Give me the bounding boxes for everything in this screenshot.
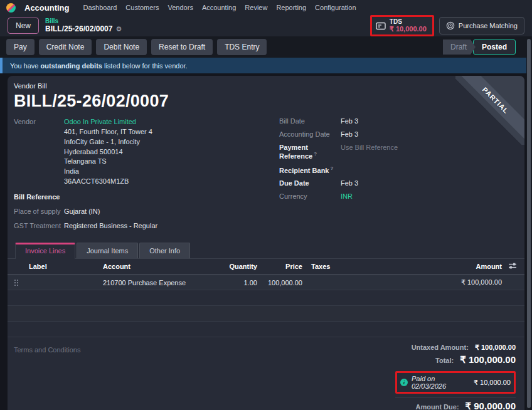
payment-reference-field[interactable]: Use Bill Reference [341,144,398,160]
vendor-address-line: InfoCity Gate - 1, Infocity [64,137,152,147]
status-draft[interactable]: Draft [443,39,476,55]
reset-to-draft-button[interactable]: Reset to Draft [151,39,213,55]
gst-treatment-field[interactable]: Registered Business - Regular [64,221,157,231]
paid-highlight-box: i Paid on 02/03/2026 ₹ 10,000.00 [395,371,516,394]
accounting-date-field[interactable]: Feb 3 [341,130,358,138]
vendor-bill-form: PARTIAL Vendor Bill BILL/25-26/02/0007 V… [8,76,524,410]
recipient-bank-label: Recipient Bank? [279,166,341,174]
purchase-matching-label: Purchase Matching [459,22,518,29]
nav-item-dashboard[interactable]: Dashboard [83,4,117,11]
nav-item-review[interactable]: Review [245,4,267,11]
scrollbar-thumb[interactable] [527,39,531,408]
breadcrumb-bar: New Bills BILL/25-26/02/0007 ⚙ TDS ₹ 10,… [0,15,532,36]
payment-reference-label: Payment Reference? [279,144,341,160]
table-header-row: Label Account Quantity Price Taxes Amoun… [8,259,524,275]
outstanding-debits-alert: You have outstanding debits listed below… [0,58,532,73]
vendor-address-line: India [64,167,152,176]
drag-handle-icon[interactable] [14,279,29,286]
amount-due-label: Amount Due: [416,403,459,410]
alert-text-suffix: listed below for this vendor. [102,62,188,70]
tab-invoice-lines[interactable]: Invoice Lines [15,243,75,259]
nav-item-customers[interactable]: Customers [125,4,159,11]
status-bar: Draft Posted [443,39,516,55]
notebook-tabs: Invoice Lines Journal Items Other Info [8,243,524,259]
terms-and-conditions-field[interactable]: Terms and Conditions [14,346,80,410]
nav-item-reporting[interactable]: Reporting [276,4,306,11]
document-type-label: Vendor Bill [14,82,516,90]
nav-item-configuration[interactable]: Configuration [315,4,356,11]
column-header-amount[interactable]: Amount [396,263,502,270]
credit-note-button[interactable]: Credit Note [39,39,92,55]
cell-price[interactable]: 100,000.00 [257,279,302,286]
page-title: BILL/25-26/02/0007 [14,92,516,111]
purchase-matching-target-icon [446,21,455,30]
empty-table-row [8,306,524,322]
gear-icon[interactable]: ⚙ [115,25,122,33]
tds-billing-icon [376,22,386,30]
vendor-address-line: Telangana TS [64,157,152,166]
vertical-scrollbar[interactable] [526,36,532,410]
vendor-field-value: Odoo In Private Limited 401, Fourth Floo… [64,117,152,187]
total-value: ₹ 100,000.00 [460,354,516,365]
vendor-name-link[interactable]: Odoo In Private Limited [64,117,152,127]
debit-note-button[interactable]: Debit Note [96,39,147,55]
total-label: Total: [435,357,454,364]
untaxed-amount-label: Untaxed Amount: [412,344,469,351]
accounting-date-label: Accounting Date [279,130,341,138]
vendor-field-label: Vendor [14,117,64,187]
tds-button-amount: ₹ 10,000.00 [390,25,427,33]
alert-text-bold: outstanding debits [41,62,102,70]
paid-on-label[interactable]: Paid on 02/03/2026 [412,375,470,390]
control-panel: Pay Credit Note Debit Note Reset to Draf… [0,36,532,58]
cell-amount[interactable]: ₹ 100,000.00 [396,278,502,286]
due-date-label: Due Date [279,179,341,187]
totals-block: Untaxed Amount: ₹ 100,000.00 Total: ₹ 10… [395,344,516,410]
currency-label: Currency [279,192,341,200]
vendor-address-line: Hyderabad 500014 [64,147,152,157]
bill-date-field[interactable]: Feb 3 [341,117,358,125]
cell-quantity[interactable]: 1.00 [201,279,257,286]
top-navbar: Accounting Dashboard Customers Vendors A… [0,0,532,15]
help-icon[interactable]: ? [314,151,317,157]
column-header-taxes[interactable]: Taxes [302,263,396,270]
tds-entry-button[interactable]: TDS Entry [217,39,267,55]
tab-journal-items[interactable]: Journal Items [77,243,138,258]
tds-smart-button[interactable]: TDS ₹ 10,000.00 [372,17,432,34]
info-icon[interactable]: i [400,379,408,386]
cell-account[interactable]: 210700 Purchase Expense [103,279,201,286]
gst-treatment-label: GST Treatment [14,221,64,231]
due-date-field[interactable]: Feb 3 [341,179,358,187]
currency-field[interactable]: INR [341,192,353,200]
empty-table-row [8,322,524,337]
place-of-supply-field[interactable]: Gujarat (IN) [64,207,100,216]
odoo-accounting-logo-icon[interactable] [6,3,16,13]
vendor-address-line: 36AACCT6304M1ZB [64,177,152,186]
new-button[interactable]: New [8,18,39,34]
nav-item-accounting[interactable]: Accounting [202,4,236,11]
tab-other-info[interactable]: Other Info [139,243,190,258]
place-of-supply-label: Place of supply [14,207,64,216]
bill-reference-label: Bill Reference [14,192,64,202]
app-name[interactable]: Accounting [24,3,70,13]
table-row[interactable]: 210700 Purchase Expense 1.00 100,000.00 … [8,275,524,290]
purchase-matching-button[interactable]: Purchase Matching [439,17,524,34]
bill-date-label: Bill Date [279,117,341,125]
paid-amount-value: ₹ 10,000.00 [474,379,511,387]
vendor-address-line: 401, Fourth Floor, IT Tower 4 [64,127,152,137]
help-icon[interactable]: ? [330,166,333,171]
untaxed-amount-value: ₹ 100,000.00 [475,344,516,352]
bill-number-breadcrumb: BILL/25-26/02/0007 [45,25,112,34]
pay-button[interactable]: Pay [6,39,35,55]
column-header-account[interactable]: Account [103,263,201,270]
invoice-lines-table: Label Account Quantity Price Taxes Amoun… [8,259,524,337]
column-header-quantity[interactable]: Quantity [201,263,257,270]
optional-columns-icon[interactable] [502,262,517,271]
breadcrumb: Bills BILL/25-26/02/0007 ⚙ [45,18,122,33]
tds-highlight-box: TDS ₹ 10,000.00 [370,15,434,36]
column-header-price[interactable]: Price [257,263,302,270]
status-posted[interactable]: Posted [473,39,516,55]
empty-table-row [8,290,524,306]
nav-item-vendors[interactable]: Vendors [168,4,193,11]
column-header-label[interactable]: Label [29,263,103,270]
alert-text-prefix: You have [10,62,41,70]
